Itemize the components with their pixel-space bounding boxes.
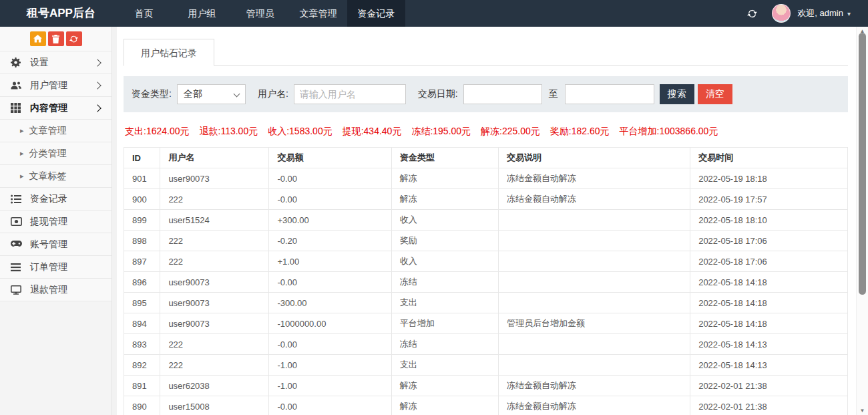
scrollbar-thumb[interactable] bbox=[859, 33, 866, 295]
table-cell: 2022-05-19 18:18 bbox=[690, 168, 848, 189]
table-cell: 896 bbox=[124, 272, 160, 293]
table-cell: 2022-05-18 17:06 bbox=[690, 251, 848, 272]
summary-withdraw: 提现:434.40元 bbox=[343, 126, 402, 136]
fund-type-label: 资金类型: bbox=[132, 88, 172, 100]
nav-item-user-groups[interactable]: 用户组 bbox=[173, 0, 231, 27]
summary-stats: 支出:1624.00元退款:113.00元收入:1583.00元提现:434.4… bbox=[125, 125, 847, 137]
table-cell: 222 bbox=[160, 334, 269, 355]
table-cell: +300.00 bbox=[269, 210, 391, 231]
sidebar-item-account-management[interactable]: 账号管理 bbox=[0, 233, 112, 255]
sidebar-item-settings[interactable]: 设置 bbox=[0, 51, 112, 74]
table-cell: -0.00 bbox=[269, 168, 391, 189]
trash-icon bbox=[52, 35, 59, 43]
nav-item-admins[interactable]: 管理员 bbox=[231, 0, 289, 27]
bars-icon bbox=[11, 263, 24, 271]
sidebar-item-label: 分类管理 bbox=[29, 148, 67, 160]
triangle-right-icon: ▸ bbox=[20, 126, 24, 135]
refresh-icon bbox=[69, 35, 78, 43]
table-cell: 解冻 bbox=[391, 168, 498, 189]
nav-item-fund-records[interactable]: 资金记录 bbox=[347, 0, 405, 27]
table-cell bbox=[498, 231, 690, 251]
clear-button[interactable]: 清空 bbox=[698, 84, 732, 104]
table-cell: 解冻 bbox=[391, 376, 498, 396]
sidebar-item-label: 提现管理 bbox=[30, 216, 67, 228]
table-cell: 管理员后台增加金额 bbox=[498, 313, 690, 334]
sidebar-item-order-management[interactable]: 订单管理 bbox=[0, 255, 112, 278]
table-cell: 2022-02-01 21:38 bbox=[690, 376, 848, 396]
table-cell bbox=[498, 272, 690, 293]
chevron-right-icon bbox=[93, 104, 101, 112]
sidebar-toolbar bbox=[0, 27, 112, 51]
fund-type-selected-value: 全部 bbox=[184, 88, 202, 100]
date-end-input[interactable] bbox=[565, 84, 654, 104]
table-cell: 奖励 bbox=[391, 231, 498, 251]
column-header: 资金类型 bbox=[391, 148, 498, 168]
sidebar-item-article-tags[interactable]: ▸文章标签 bbox=[0, 164, 112, 187]
summary-unfrozen: 解冻:225.00元 bbox=[481, 126, 540, 136]
date-start-input[interactable] bbox=[463, 84, 542, 104]
table-cell: -0.00 bbox=[269, 272, 391, 293]
trash-button[interactable] bbox=[48, 31, 64, 46]
main-panel: 用户钻石记录 资金类型: 全部 用户名: 交易日期: 至 搜索 清空 支出:16… bbox=[117, 27, 868, 415]
column-header: 用户名 bbox=[160, 148, 269, 168]
table-cell: 890 bbox=[124, 396, 160, 415]
refresh-icon[interactable] bbox=[747, 9, 757, 19]
table-cell: user51524 bbox=[160, 210, 269, 231]
money-icon bbox=[11, 217, 24, 226]
triangle-right-icon: ▸ bbox=[20, 172, 24, 180]
table-cell: -300.00 bbox=[269, 293, 391, 313]
home-button[interactable] bbox=[30, 31, 46, 46]
username-label: 用户名: bbox=[258, 88, 288, 100]
table-cell: 222 bbox=[160, 231, 269, 251]
table-cell: 支出 bbox=[391, 355, 498, 376]
chevron-down-icon bbox=[233, 91, 240, 98]
sidebar-item-withdrawal-management[interactable]: 提现管理 bbox=[0, 210, 112, 233]
table-cell: 冻结金额自动解冻 bbox=[498, 376, 690, 396]
scroll-down-icon[interactable]: ▼ bbox=[857, 408, 868, 414]
sidebar-item-fund-records[interactable]: 资金记录 bbox=[0, 187, 112, 210]
nav-item-home[interactable]: 首页 bbox=[115, 0, 173, 27]
sidebar-menu: 设置用户管理内容管理▸文章管理▸分类管理▸文章标签资金记录提现管理账号管理订单管… bbox=[0, 51, 112, 301]
sidebar-item-refund-management[interactable]: 退款管理 bbox=[0, 278, 112, 301]
avatar[interactable] bbox=[772, 4, 791, 23]
table-cell: -1000000.00 bbox=[269, 313, 391, 334]
gamepad-icon bbox=[11, 241, 24, 248]
sidebar-item-article-management[interactable]: ▸文章管理 bbox=[0, 119, 112, 142]
tab-bar: 用户钻石记录 bbox=[124, 38, 848, 66]
app-title: 租号APP后台 bbox=[0, 0, 115, 27]
refresh-button[interactable] bbox=[66, 31, 82, 46]
sidebar-item-label: 设置 bbox=[30, 57, 49, 69]
table-cell: 898 bbox=[124, 231, 160, 251]
sidebar-item-category-management[interactable]: ▸分类管理 bbox=[0, 142, 112, 164]
table-cell: 冻结金额自动解冻 bbox=[498, 168, 690, 189]
fund-type-select[interactable]: 全部 bbox=[177, 84, 246, 104]
summary-refund: 退款:113.00元 bbox=[200, 126, 258, 136]
search-button[interactable]: 搜索 bbox=[660, 84, 694, 104]
nav-item-article-management[interactable]: 文章管理 bbox=[289, 0, 347, 27]
vertical-scrollbar[interactable]: ▲ ▼ bbox=[856, 27, 868, 415]
sidebar-item-label: 内容管理 bbox=[30, 102, 67, 114]
monitor-icon bbox=[11, 285, 24, 295]
table-row: 893222-0.00冻结2022-05-18 14:13 bbox=[124, 334, 848, 355]
trade-date-label: 交易日期: bbox=[418, 88, 458, 100]
username-input[interactable] bbox=[294, 84, 406, 104]
sidebar: 设置用户管理内容管理▸文章管理▸分类管理▸文章标签资金记录提现管理账号管理订单管… bbox=[0, 27, 112, 415]
table-row: 898222-0.20奖励2022-05-18 17:06 bbox=[124, 231, 848, 251]
table-row: 901user90073-0.00解冻冻结金额自动解冻2022-05-19 18… bbox=[124, 168, 848, 189]
chevron-down-icon[interactable]: ▾ bbox=[847, 10, 851, 17]
table-cell: -1.00 bbox=[269, 355, 391, 376]
table-cell: +1.00 bbox=[269, 251, 391, 272]
table-cell: user90073 bbox=[160, 293, 269, 313]
welcome-text[interactable]: 欢迎, admin bbox=[797, 7, 843, 19]
table-cell bbox=[498, 251, 690, 272]
table-cell: 222 bbox=[160, 189, 269, 210]
tab-user-diamond-records[interactable]: 用户钻石记录 bbox=[124, 39, 214, 66]
table-row: 894user90073-1000000.00平台增加管理员后台增加金额2022… bbox=[124, 313, 848, 334]
table-cell bbox=[498, 210, 690, 231]
table-row: 896user90073-0.00冻结2022-05-18 14:18 bbox=[124, 272, 848, 293]
table-cell: 900 bbox=[124, 189, 160, 210]
table-cell: 2022-05-18 14:18 bbox=[690, 313, 848, 334]
table-cell: 894 bbox=[124, 313, 160, 334]
sidebar-item-content-management[interactable]: 内容管理 bbox=[0, 96, 112, 119]
sidebar-item-user-management[interactable]: 用户管理 bbox=[0, 74, 112, 96]
